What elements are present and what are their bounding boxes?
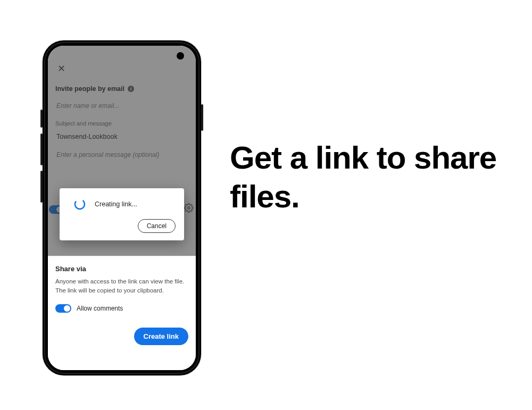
dialog-status-text: Creating link... bbox=[95, 200, 137, 208]
phone-side-button bbox=[40, 110, 43, 128]
svg-point-1 bbox=[73, 198, 86, 211]
allow-comments-label: Allow comments bbox=[77, 305, 123, 312]
sheet-title: Share via bbox=[55, 265, 188, 273]
phone-side-button bbox=[40, 171, 43, 203]
sheet-description: Anyone with access to the link can view … bbox=[55, 277, 188, 295]
allow-comments-row: Allow comments bbox=[55, 304, 188, 313]
marketing-headline: Get a link to share files. bbox=[230, 138, 528, 216]
spinner-icon bbox=[73, 198, 86, 211]
cancel-button[interactable]: Cancel bbox=[138, 219, 176, 233]
creating-link-dialog: Creating link... Cancel bbox=[60, 188, 184, 240]
phone-side-button bbox=[40, 133, 43, 165]
share-via-sheet: Share via Anyone with access to the link… bbox=[48, 256, 196, 370]
front-camera bbox=[177, 52, 184, 60]
phone-side-button bbox=[201, 104, 203, 131]
phone-frame: ✕ Invite people by email i Enter name or… bbox=[43, 40, 201, 375]
create-link-button[interactable]: Create link bbox=[134, 328, 188, 345]
phone-screen: ✕ Invite people by email i Enter name or… bbox=[48, 46, 196, 370]
allow-comments-toggle[interactable] bbox=[55, 304, 71, 313]
